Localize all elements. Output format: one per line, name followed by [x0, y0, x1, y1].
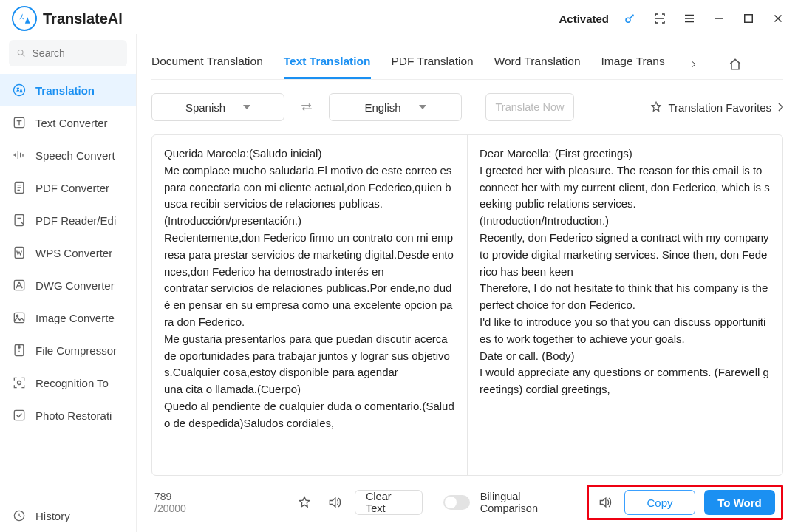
sidebar-item-label: Translation — [35, 84, 95, 97]
key-icon[interactable] — [619, 7, 641, 30]
sidebar-item-recognition[interactable]: Recognition To — [0, 366, 136, 399]
tab-image-translation[interactable]: Image Trans — [601, 49, 665, 79]
pdf-icon — [12, 180, 27, 195]
bilingual-toggle[interactable] — [443, 495, 470, 510]
translation-panes: Querida Marcela:(Saludo inicial) Me comp… — [151, 134, 783, 476]
history-icon — [12, 508, 27, 523]
language-row: Spanish English Translate Now Translatio… — [151, 80, 783, 134]
sidebar-item-pdf-converter[interactable]: PDF Converter — [0, 171, 136, 204]
sidebar-item-label: WPS Converter — [35, 247, 112, 259]
sidebar-item-speech-convert[interactable]: Speech Convert — [0, 139, 136, 171]
tab-pdf-translation[interactable]: PDF Translation — [392, 49, 474, 79]
chevron-right-icon — [777, 103, 783, 112]
restore-icon — [12, 408, 27, 423]
content: Document Translation Text Translation PD… — [137, 34, 798, 532]
svg-point-2 — [18, 50, 23, 55]
highlight-box: Copy To Word — [587, 485, 783, 520]
svg-point-12 — [18, 381, 21, 385]
sidebar-item-pdf-reader[interactable]: PDF Reader/Edi — [0, 204, 136, 236]
tab-document-translation[interactable]: Document Translation — [151, 49, 263, 79]
svg-point-0 — [626, 18, 630, 22]
sidebar-item-history[interactable]: History — [0, 499, 136, 532]
titlebar: TranslateAI Activated — [0, 0, 798, 34]
target-language-select[interactable]: English — [329, 93, 462, 121]
favorite-button[interactable] — [295, 492, 315, 513]
app-name: TranslateAI — [43, 10, 123, 27]
search-icon — [16, 47, 27, 59]
to-word-button[interactable]: To Word — [704, 490, 775, 515]
app-logo: TranslateAI — [12, 6, 123, 31]
copy-button[interactable]: Copy — [624, 490, 695, 515]
chevron-down-icon — [419, 103, 426, 111]
target-language-label: English — [364, 101, 400, 114]
svg-point-10 — [16, 315, 18, 317]
speak-target-button[interactable] — [595, 492, 615, 513]
clear-text-button[interactable]: Clear Text — [355, 490, 423, 515]
sidebar-item-image-converter[interactable]: Image Converte — [0, 301, 136, 334]
sidebar-item-label: PDF Converter — [35, 182, 109, 194]
recognition-icon — [12, 375, 27, 390]
close-button[interactable] — [767, 7, 789, 30]
sidebar-item-label: Photo Restorati — [35, 409, 112, 422]
tab-word-translation[interactable]: Word Translation — [494, 49, 581, 79]
char-counter: 789 /20000 — [154, 491, 204, 514]
favorites-label: Translation Favorites — [669, 101, 772, 114]
sidebar-item-file-compressor[interactable]: File Compressor — [0, 334, 136, 366]
source-text-pane[interactable]: Querida Marcela:(Saludo inicial) Me comp… — [152, 135, 467, 475]
svg-rect-13 — [14, 410, 24, 420]
sidebar-item-dwg-converter[interactable]: DWG Converter — [0, 269, 136, 301]
pdf-reader-icon — [12, 213, 27, 228]
home-button[interactable] — [726, 55, 745, 74]
sidebar-item-label: File Compressor — [35, 344, 117, 357]
image-icon — [12, 310, 27, 325]
search-input[interactable] — [33, 47, 120, 59]
tabs-scroll-right[interactable] — [686, 56, 702, 72]
sidebar-item-translation[interactable]: Translation — [0, 74, 136, 106]
sidebar-item-label: Image Converte — [35, 312, 115, 324]
speak-source-button[interactable] — [324, 492, 344, 513]
chevron-down-icon — [243, 103, 250, 111]
sidebar-item-label: DWG Converter — [35, 279, 115, 292]
translate-now-button[interactable]: Translate Now — [485, 93, 574, 121]
maximize-button[interactable] — [737, 7, 760, 30]
svg-point-3 — [14, 85, 25, 96]
activated-label: Activated — [559, 13, 609, 25]
sidebar-item-label: Text Converter — [35, 117, 108, 129]
dwg-icon — [12, 278, 27, 293]
star-icon — [649, 100, 663, 114]
speech-icon — [12, 148, 27, 163]
svg-rect-1 — [745, 15, 753, 23]
sidebar-item-label: PDF Reader/Edi — [35, 214, 116, 227]
sidebar: Translation Text Converter Speech Conver… — [0, 34, 137, 532]
translation-favorites-link[interactable]: Translation Favorites — [649, 100, 784, 114]
bilingual-label: Bilingual Comparison — [480, 491, 576, 514]
minimize-button[interactable] — [708, 7, 730, 30]
sidebar-item-photo-restore[interactable]: Photo Restorati — [0, 399, 136, 432]
translate-icon — [12, 83, 27, 98]
sidebar-item-text-converter[interactable]: Text Converter — [0, 106, 136, 139]
wps-icon — [12, 245, 27, 260]
tabs: Document Translation Text Translation PD… — [151, 34, 783, 80]
svg-rect-9 — [14, 313, 24, 322]
logo-icon — [12, 6, 37, 31]
sidebar-item-label: Recognition To — [35, 377, 109, 389]
sidebar-item-wps-converter[interactable]: WPS Converter — [0, 236, 136, 269]
footer-row: 789 /20000 Clear Text Bilingual Comparis… — [151, 476, 783, 520]
source-language-label: Spanish — [185, 101, 225, 114]
sidebar-item-label: History — [35, 510, 70, 522]
menu-icon[interactable] — [678, 7, 700, 30]
text-icon — [12, 115, 27, 130]
svg-rect-6 — [15, 215, 24, 226]
scan-icon[interactable] — [649, 7, 671, 30]
target-text-pane: Dear Marcella: (First greetings) I greet… — [467, 135, 782, 475]
search-box[interactable] — [9, 40, 127, 66]
source-language-select[interactable]: Spanish — [151, 93, 284, 121]
compress-icon — [12, 343, 27, 358]
swap-languages-button[interactable] — [296, 97, 317, 117]
sidebar-item-label: Speech Convert — [35, 149, 115, 162]
tab-text-translation[interactable]: Text Translation — [284, 49, 371, 79]
